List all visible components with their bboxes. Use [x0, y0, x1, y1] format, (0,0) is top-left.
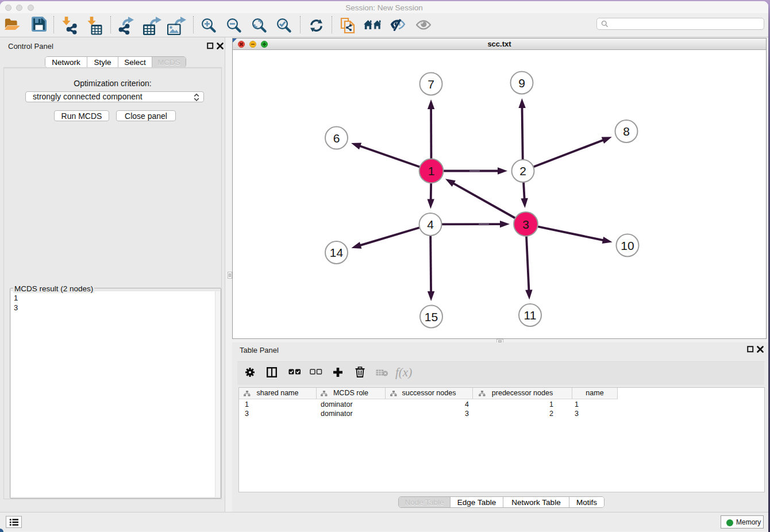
svg-text:4: 4: [427, 218, 434, 231]
svg-text:6: 6: [333, 132, 340, 145]
svg-text:8: 8: [623, 125, 630, 138]
svg-text:7: 7: [428, 78, 434, 91]
svg-text:11: 11: [524, 309, 537, 322]
svg-text:1: 1: [428, 164, 435, 178]
svg-text:2: 2: [519, 164, 526, 178]
svg-text:3: 3: [522, 218, 529, 231]
svg-text:9: 9: [518, 76, 525, 90]
svg-text:15: 15: [425, 310, 438, 323]
svg-text:10: 10: [621, 239, 634, 252]
svg-text:14: 14: [330, 246, 344, 259]
